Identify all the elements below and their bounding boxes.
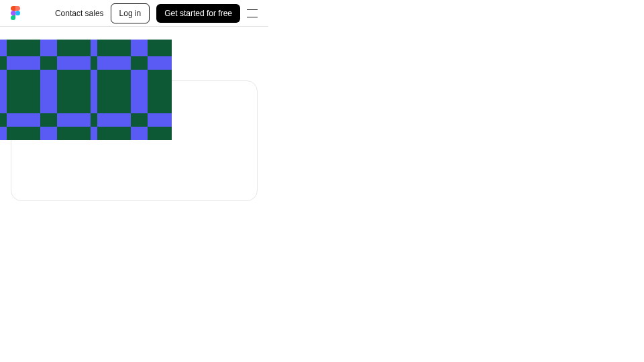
site-header: Contact sales Log in Get started for fre… xyxy=(0,0,268,27)
header-actions: Contact sales Log in Get started for fre… xyxy=(55,3,258,23)
login-button[interactable]: Log in xyxy=(111,3,150,23)
figma-logo[interactable] xyxy=(11,6,20,21)
get-started-button[interactable]: Get started for free xyxy=(156,4,240,23)
contact-sales-link[interactable]: Contact sales xyxy=(55,9,104,18)
hamburger-menu-icon[interactable] xyxy=(247,9,258,17)
plaid-pattern-image xyxy=(0,40,172,140)
